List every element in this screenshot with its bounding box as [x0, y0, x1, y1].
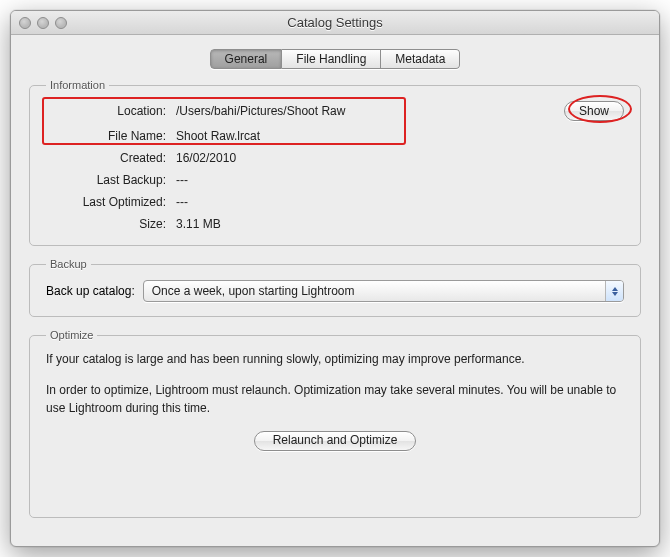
- tab-general[interactable]: General: [210, 49, 283, 69]
- location-label: Location:: [46, 104, 166, 118]
- window-body: General File Handling Metadata Informati…: [11, 35, 659, 546]
- created-value: 16/02/2010: [176, 151, 554, 165]
- optimize-group: Optimize If your catalog is large and ha…: [29, 329, 641, 518]
- backup-group: Backup Back up catalog: Once a week, upo…: [29, 258, 641, 317]
- backup-label: Back up catalog:: [46, 284, 135, 298]
- catalog-settings-window: Catalog Settings General File Handling M…: [10, 10, 660, 547]
- size-value: 3.11 MB: [176, 217, 554, 231]
- show-button-cell: Show: [564, 101, 624, 121]
- last-optimized-value: ---: [176, 195, 554, 209]
- relaunch-and-optimize-button[interactable]: Relaunch and Optimize: [254, 431, 417, 451]
- backup-select[interactable]: Once a week, upon starting Lightroom: [143, 280, 624, 302]
- close-icon[interactable]: [19, 17, 31, 29]
- information-legend: Information: [46, 79, 109, 91]
- information-group: Information Location: /Users/bahi/Pictur…: [29, 79, 641, 246]
- last-optimized-label: Last Optimized:: [46, 195, 166, 209]
- window-controls: [19, 17, 67, 29]
- show-button[interactable]: Show: [564, 101, 624, 121]
- optimize-button-row: Relaunch and Optimize: [46, 431, 624, 451]
- titlebar: Catalog Settings: [11, 11, 659, 35]
- optimize-legend: Optimize: [46, 329, 97, 341]
- information-content: Location: /Users/bahi/Pictures/Shoot Raw…: [46, 101, 624, 231]
- tab-segmented-control: General File Handling Metadata: [210, 49, 461, 69]
- information-grid: Location: /Users/bahi/Pictures/Shoot Raw…: [46, 101, 624, 231]
- location-value: /Users/bahi/Pictures/Shoot Raw: [176, 104, 554, 118]
- minimize-icon[interactable]: [37, 17, 49, 29]
- optimize-text: If your catalog is large and has been ru…: [46, 351, 624, 451]
- zoom-icon[interactable]: [55, 17, 67, 29]
- backup-select-value: Once a week, upon starting Lightroom: [152, 284, 605, 298]
- tab-file-handling[interactable]: File Handling: [282, 49, 381, 69]
- backup-legend: Backup: [46, 258, 91, 270]
- optimize-paragraph-2: In order to optimize, Lightroom must rel…: [46, 382, 624, 417]
- chevron-up-down-icon: [605, 281, 623, 301]
- window-title: Catalog Settings: [11, 15, 659, 30]
- created-label: Created:: [46, 151, 166, 165]
- last-backup-label: Last Backup:: [46, 173, 166, 187]
- backup-row: Back up catalog: Once a week, upon start…: [46, 280, 624, 302]
- file-name-value: Shoot Raw.lrcat: [176, 129, 554, 143]
- size-label: Size:: [46, 217, 166, 231]
- tab-metadata[interactable]: Metadata: [381, 49, 460, 69]
- optimize-paragraph-1: If your catalog is large and has been ru…: [46, 351, 624, 368]
- file-name-label: File Name:: [46, 129, 166, 143]
- tab-row: General File Handling Metadata: [29, 49, 641, 69]
- last-backup-value: ---: [176, 173, 554, 187]
